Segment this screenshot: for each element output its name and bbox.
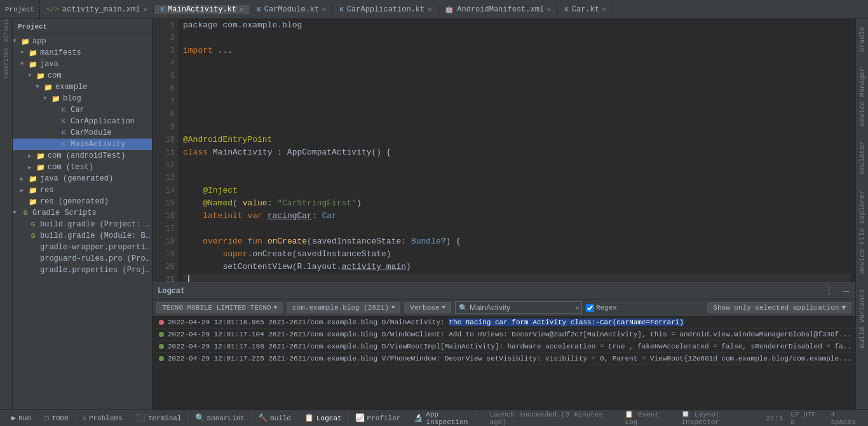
tree-item[interactable]: ▼ 📁 com [13,70,152,81]
bottom-tab-terminal[interactable]: ⬛Terminal [130,412,189,424]
tree-item[interactable]: ▶ 📁 res [13,184,152,196]
tree-item[interactable]: ▼ 📁 blog [13,93,152,104]
line-numbers: 1234567891011121314151617181920212223 [153,19,178,282]
tree-item[interactable]: ▼ 📁 java [13,58,152,70]
tree-item[interactable]: ▼ 📁 manifests [13,47,152,58]
project-panel-title: Project [18,23,47,31]
tab-close-icon[interactable]: ✕ [322,6,326,13]
tab-close-icon[interactable]: ✕ [602,6,606,13]
line-number: 14 [155,184,175,197]
bottom-tab-icon: 🔬 [414,413,423,423]
tree-item[interactable]: ▼ G Gradle Scripts [13,207,152,219]
project-panel: Project ▼ 📁 app ▼ 📁 manifests ▼ 📁 java ▼… [13,19,153,409]
tree-item[interactable]: 📁 res (generated) [13,196,152,207]
device-selector[interactable]: TECNO MOBILE LIMITED TECNO ▼ [156,302,283,313]
tree-item[interactable]: K MainActivity [13,139,152,150]
right-panel-item[interactable]: Build Variants [857,284,867,353]
tab-close-icon[interactable]: ✕ [143,6,147,13]
project-tab[interactable]: Project [0,0,40,18]
bottom-tab-icon: 🔨 [258,413,268,423]
editor-wrapper: 1234567891011121314151617181920212223 pa… [153,19,855,409]
code-token: ) [406,261,411,273]
bottom-tab-problems[interactable]: ⚠Problems [76,412,130,424]
bottom-tab-logcat[interactable]: 📋Logcat [298,412,349,424]
editor-area[interactable]: 1234567891011121314151617181920212223 pa… [153,19,855,282]
regex-checkbox[interactable] [586,304,594,312]
file-tab-activity_main_xml[interactable]: </>activity_main.xml✕ [40,5,154,14]
show-only-selected-button[interactable]: Show only selected application ▼ [707,302,851,313]
level-selector[interactable]: Verbose ▼ [404,302,451,313]
code-line [183,172,850,184]
tree-item[interactable]: gradle.properties (Project Pro… [13,265,152,276]
favorites-icon[interactable]: Favorites [1,58,11,69]
tab-label: activity_main.xml [62,5,140,14]
code-line: @AndroidEntryPoint [183,134,850,146]
file-tab-carmodule_kt[interactable]: KCarModule.kt✕ [250,5,333,14]
structure-icon[interactable]: Structure [1,22,11,32]
log-line[interactable]: 2022-04-29 12:01:16.965 2621-2621/com.ex… [153,317,855,329]
right-panel-item[interactable]: Gradle [857,22,867,57]
code-line [183,70,850,83]
tree-item[interactable]: proguard-rules.pro (ProGuar… [13,253,152,265]
code-token: ... [213,45,233,57]
bottom-tab-app_inspection[interactable]: 🔬App Inspection [407,409,477,427]
tab-close-icon[interactable]: ✕ [547,6,551,13]
code-line: @Named( value: "CarStringFirst") [183,197,850,210]
tree-item[interactable]: K CarModule [13,127,152,139]
line-number: 15 [155,197,175,210]
tree-item[interactable]: K Car [13,104,152,116]
tree-item[interactable]: G build.gradle (Project: Blog) [13,219,152,230]
right-panel-item[interactable]: Device File Explorer [857,185,867,279]
bottom-tab-todo[interactable]: ☐TODO [38,412,76,424]
layout-inspector-btn[interactable]: 🔲 Layout Inspector [681,410,758,426]
code-token: activity_main [342,261,406,273]
file-tab-mainactivity_kt[interactable]: KMainActivity.kt✕ [154,5,250,14]
code-container[interactable]: 1234567891011121314151617181920212223 pa… [153,19,855,282]
tree-item-label: Gradle Scripts [32,209,97,217]
search-clear-icon[interactable]: ✕ [575,304,580,312]
file-tab-carapplication_kt[interactable]: KCarApplication.kt✕ [333,5,438,14]
bottom-tab-icon: ⬛ [136,413,146,423]
code-line [183,95,850,108]
tree-item[interactable]: gradle-wrapper.properties (G… [13,242,152,253]
package-selector[interactable]: com.example.blog (2621) ▼ [287,302,400,313]
event-log-btn[interactable]: 📋 Event Log [625,410,674,426]
logcat-minimize-icon[interactable]: — [843,285,850,298]
tree-item[interactable]: ▼ 📁 app [13,36,152,47]
file-tab-androidmanifest_xml[interactable]: 🤖AndroidManifest.xml✕ [438,5,558,14]
code-token: ?) { [441,235,461,248]
tree-item[interactable]: ▶ 📁 java (generated) [13,173,152,184]
bottom-tab-icon: 🔍 [195,413,205,423]
tree-item-label: gradle.properties (Project Pro… [40,266,152,275]
tree-item[interactable]: ▼ 📁 example [13,81,152,93]
regex-checkbox-label[interactable]: Regex [586,304,617,312]
bottom-tab-sonarqube[interactable]: 🔍SonarLint [189,412,252,424]
tree-item[interactable]: G build.gradle (Module: Blog.a… [13,230,152,242]
tab-close-icon[interactable]: ✕ [240,6,243,13]
file-tab-car_kt[interactable]: KCar.kt✕ [558,5,613,14]
log-line[interactable]: 2022-04-29 12:01:17.104 2621-2621/com.ex… [153,329,855,341]
log-line[interactable]: 2022-04-29 12:01:17.198 2621-2621/com.ex… [153,341,855,353]
right-panel-item[interactable]: Device Manager [857,62,867,131]
logcat-search-input[interactable] [455,301,582,314]
code-token: "CarStringFirst" [277,197,356,210]
tree-item-label: proguard-rules.pro (ProGuar… [40,254,152,263]
code-content[interactable]: package com.example.blog import ... @And… [178,19,855,282]
bottom-tab-build[interactable]: 🔨Build [252,412,298,424]
tree-item[interactable]: K CarApplication [13,116,152,127]
logcat-menu-icon[interactable]: ⋮ [824,284,835,298]
bottom-tab-label: Run [18,415,31,422]
bottom-tab-profiler[interactable]: 📈Profiler [349,412,408,424]
code-token: class [183,146,208,159]
right-panel-item[interactable]: Emulator [857,136,867,180]
tree-item[interactable]: ▶ 📁 com (androidTest) [13,150,152,161]
bottom-tab-run[interactable]: ▶Run [5,412,38,424]
tree-item[interactable]: ▶ 📁 com (test) [13,161,152,173]
tab-label: CarApplication.kt [347,5,424,14]
bottom-tab-label: Profiler [367,415,401,422]
bottom-tab-label: SonarLint [207,415,245,422]
log-line[interactable]: 2022-04-29 12:01:17.225 2621-2621/com.ex… [153,353,855,365]
code-token: package com.example.blog [183,19,302,32]
tab-close-icon[interactable]: ✕ [428,6,431,13]
tab-label: MainActivity.kt [168,5,236,14]
